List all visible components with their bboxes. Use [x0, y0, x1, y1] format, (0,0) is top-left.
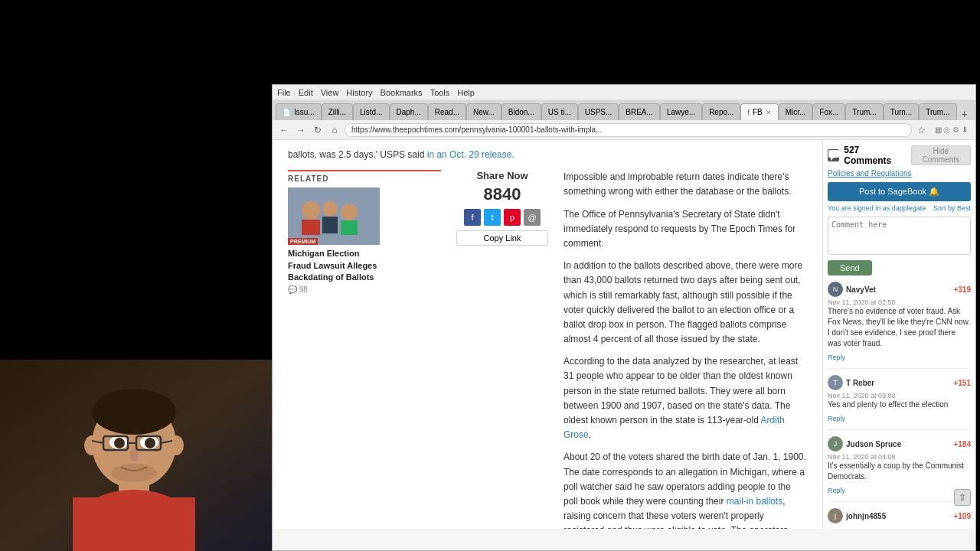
svg-rect-4	[322, 217, 338, 233]
oct29-release-link[interactable]: in an Oct. 29 release.	[427, 149, 514, 160]
menu-history[interactable]: History	[346, 88, 372, 97]
tab-8[interactable]: USPS...	[578, 103, 619, 120]
svg-point-12	[92, 389, 176, 435]
tab-7[interactable]: US ti...	[541, 103, 578, 120]
person-silhouette	[0, 360, 272, 551]
tab-13[interactable]: Micr...	[779, 103, 813, 120]
menu-view[interactable]: View	[321, 88, 339, 97]
reload-button[interactable]: ↻	[311, 123, 325, 137]
pinterest-share-button[interactable]: p	[504, 209, 521, 226]
svg-rect-15	[73, 497, 195, 551]
svg-rect-7	[828, 150, 839, 158]
tab-0[interactable]: 📄Issu...	[276, 103, 322, 120]
tab-17[interactable]: Trum...	[919, 103, 956, 120]
black-top-bar	[0, 0, 980, 84]
tab-4[interactable]: Read...	[428, 103, 466, 120]
home-button[interactable]: ⌂	[328, 123, 341, 137]
page-content: ballots, was 2.5 days,' USPS said in an …	[273, 140, 975, 529]
comment-score-0: +319	[953, 285, 971, 294]
menu-bookmarks[interactable]: Bookmarks	[381, 88, 423, 97]
related-comments-count: 💬 98	[288, 285, 441, 294]
premium-badge: PREMIUM	[288, 238, 318, 245]
menu-tools[interactable]: Tools	[430, 88, 450, 97]
comment-input[interactable]	[828, 217, 971, 255]
bookmark-button[interactable]: ☆	[915, 123, 929, 137]
comment-item-0: N NavyVet +319 Nov 11, 2020 at 02:58 The…	[828, 282, 971, 369]
twitter-share-button[interactable]: t	[484, 209, 501, 226]
menu-help[interactable]: Help	[457, 88, 475, 97]
menu-file[interactable]: File	[277, 88, 291, 97]
article-intro: ballots, was 2.5 days,' USPS said in an …	[288, 148, 807, 162]
tab-5[interactable]: New...	[466, 103, 501, 120]
svg-rect-6	[341, 220, 358, 235]
tab-3[interactable]: Daph...	[390, 103, 428, 120]
facebook-share-button[interactable]: f	[464, 209, 481, 226]
svg-point-5	[341, 204, 358, 220]
tab-12[interactable]: fFB✕	[740, 103, 778, 120]
comments-count: 527 Comments	[844, 145, 906, 166]
share-section: Share Now 8840 f t p @ Copy Link	[456, 170, 548, 246]
tab-9[interactable]: BREA...	[619, 103, 660, 120]
tab-1[interactable]: Zilli...	[322, 103, 353, 120]
comment-avatar-2: J	[828, 436, 843, 452]
policies-link[interactable]: Policies and Regulations	[828, 169, 971, 178]
comment-score-3: +109	[953, 512, 971, 520]
back-button[interactable]: ←	[277, 123, 291, 137]
menu-edit[interactable]: Edit	[299, 88, 313, 97]
comment-user-0: NavyVet	[846, 285, 876, 294]
forward-button[interactable]: →	[294, 123, 308, 137]
tab-16[interactable]: Turn...	[884, 103, 920, 120]
svg-rect-2	[302, 220, 320, 235]
nav-bar: ← → ↻ ⌂ ☆ ▦ ◎ ⚙ ⬇	[273, 120, 975, 140]
toolbar-icons: ▦ ◎ ⚙ ⬇	[932, 126, 971, 134]
comment-user-2: Judson Spruce	[846, 440, 901, 448]
article-p5: About 20 of the voters shared the birth …	[564, 450, 807, 529]
related-title[interactable]: Michigan Election Fraud Lawsuit Alleges …	[288, 248, 380, 283]
signed-in-text: You are signed in as dapplegate Sort by …	[828, 204, 971, 212]
send-button[interactable]: Send	[828, 260, 872, 276]
scroll-up-button[interactable]: ⇧	[954, 489, 971, 506]
svg-point-21	[145, 438, 155, 448]
comment-text-1: Yes and plenty to effect the election	[828, 399, 971, 410]
related-section: RELATED PREMIUM Michigan Election Fraud	[288, 170, 441, 294]
mail-in-ballots-link[interactable]: mail-in ballots	[727, 496, 782, 507]
svg-point-28	[111, 464, 157, 482]
related-thumbnail	[288, 187, 380, 245]
article-area: ballots, was 2.5 days,' USPS said in an …	[273, 140, 822, 529]
hide-comments-button[interactable]: Hide Comments	[911, 145, 971, 165]
comment-header-3: j johnjn4855 +109	[828, 508, 971, 523]
comment-reply-1[interactable]: Reply	[828, 415, 845, 422]
tab-6[interactable]: Bidon...	[501, 103, 541, 120]
webcam-overlay	[0, 360, 272, 551]
comment-score-2: +184	[953, 440, 971, 448]
tab-10[interactable]: Lawye...	[660, 103, 702, 120]
sort-text: Sort by Best	[933, 204, 971, 212]
comment-item-3: j johnjn4855 +109	[828, 508, 971, 529]
email-share-button[interactable]: @	[524, 209, 541, 226]
comment-header-2: J Judson Spruce +184	[828, 436, 971, 452]
article-p4: According to the data analyzed by the re…	[564, 354, 807, 442]
comment-user-3: johnjn4855	[846, 512, 886, 520]
post-sagebook-button[interactable]: Post to SageBook 🔔	[828, 182, 971, 201]
svg-marker-8	[831, 158, 834, 161]
article-p3: In addition to the ballots described abo…	[564, 259, 807, 347]
tab-2[interactable]: Listd...	[353, 103, 389, 120]
comment-reply-0[interactable]: Reply	[828, 354, 845, 361]
comment-avatar-3: j	[828, 508, 843, 523]
tab-15[interactable]: Trum...	[845, 103, 883, 120]
share-icons-row: f t p @	[456, 209, 548, 226]
related-label: RELATED	[288, 170, 441, 183]
address-bar[interactable]	[345, 123, 912, 137]
comment-reply-2[interactable]: Reply	[828, 487, 845, 494]
comment-score-1: +151	[953, 379, 971, 387]
new-tab-button[interactable]: +	[957, 108, 972, 120]
svg-point-17	[168, 435, 184, 455]
article-text: Impossible and improbable return dates i…	[564, 170, 807, 529]
copy-link-button[interactable]: Copy Link	[456, 230, 548, 246]
comment-date-0: Nov 11, 2020 at 02:58	[828, 298, 971, 306]
comment-text-0: There's no evidence of voter fraud. Ask …	[828, 306, 971, 349]
tab-11[interactable]: Repo...	[702, 103, 740, 120]
tab-14[interactable]: Fox...	[812, 103, 845, 120]
comment-date-2: Nov 11, 2020 at 04:08	[828, 453, 971, 461]
black-left-bar	[0, 84, 272, 360]
